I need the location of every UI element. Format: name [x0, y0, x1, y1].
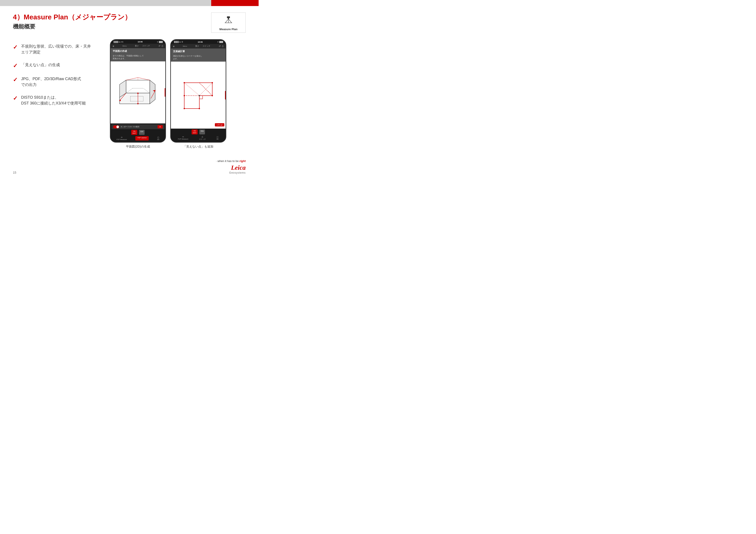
next-button-1[interactable]: 次	[157, 125, 163, 128]
dist-bar-2: ONDIST 変換	[172, 129, 225, 135]
dist-button-2[interactable]: ONDIST	[192, 129, 198, 135]
bullet-item-4: ✓ DISTO S910または、DST 360に接続したX3/X4で使用可能	[13, 94, 103, 106]
3d-btn-1[interactable]: ◻ 3D	[157, 136, 159, 140]
bullet-text-1: 不規則な形状、広い現場での、床・天井エリア測定	[21, 43, 91, 55]
red-tab-2	[225, 91, 226, 99]
nav-center-1: 重さ スケッチ	[135, 45, 150, 47]
share-icon-1: ⎙	[162, 45, 163, 47]
phone-1-container: ▐▐▐▐ au 4G 10:06 ⊙ ▓▓▓ ≡ Menu 重さ	[110, 39, 166, 149]
svg-point-33	[199, 95, 200, 96]
phone-2-status-bar: ▐▐▐▐ au 令 10:06 ⊙ ▓▓▓	[171, 40, 226, 44]
title-block: 4）Measure Plan（メジャープラン） 機能概要	[13, 13, 131, 30]
toggle-switch-1[interactable]	[113, 125, 119, 128]
intersection-svg-2	[178, 78, 219, 112]
svg-point-32	[212, 95, 213, 96]
nav-center-2: 重さ スケッチ	[195, 45, 210, 48]
bullet-text-2: 「見えない点」の生成	[21, 62, 60, 68]
phone-1-nav: ≡ Menu 重さ スケッチ ↺ ⎙	[111, 44, 165, 48]
page-subtitle: 機能概要	[13, 23, 131, 30]
nav-btn-heavy-1[interactable]: 重さ	[135, 45, 139, 47]
svg-rect-0	[227, 16, 230, 18]
leica-logo-group: Leica	[231, 164, 246, 171]
phone-1-label: 平面図(2D)の生成	[126, 145, 150, 149]
disto-icon	[213, 15, 244, 26]
phone-1-content: 平面図の作成 全ての測点は、平面図の情報として変換されます。	[111, 48, 165, 123]
phone-2-bottom: ONDIST 変換 ✏ P2P Measure ⎙ スケッチ	[171, 129, 226, 142]
status-left-2: ▐▐▐▐ au 令	[174, 41, 183, 43]
bottom-area: 15 · when it has to be right Leica Geosy…	[0, 155, 258, 179]
svg-line-2	[225, 19, 229, 23]
bullet-item-1: ✓ 不規則な形状、広い現場での、床・天井エリア測定	[13, 43, 103, 55]
action-bar-2: ✏ P2P Measure ⎙ スケッチ ◻ 3D	[172, 135, 225, 141]
left-panel: ✓ 不規則な形状、広い現場での、床・天井エリア測定 ✓ 「見えない点」の生成 ✓…	[13, 39, 103, 113]
pencil-icon-2: ✏	[178, 136, 188, 138]
share-icon-2: ⎙	[222, 45, 224, 48]
p2p-started-btn[interactable]: P2P started	[135, 136, 149, 140]
svg-point-34	[199, 108, 200, 109]
phone-2-nav: ≡ Menu 重さ スケッチ ↺ ⎙	[171, 44, 226, 48]
status-right-1: ⊙ ▓▓▓	[157, 41, 163, 43]
sketch-btn-2[interactable]: ⎙ スケッチ	[199, 136, 206, 140]
sketch-icon-2: ⎙	[199, 136, 206, 138]
svg-point-31	[212, 82, 213, 83]
signal-icon-2: ▐▐▐▐	[174, 41, 178, 43]
svg-line-28	[184, 83, 199, 96]
guide-bar-1: オンボードガイドの表示 次	[111, 124, 164, 129]
3d-label-2: 3D	[216, 138, 219, 140]
svg-point-36	[184, 95, 185, 96]
phone-2: ▐▐▐▐ au 令 10:06 ⊙ ▓▓▓ ≡ Menu 重さ	[170, 39, 226, 142]
cube-icon-1: ◻	[157, 136, 159, 139]
p2p-measure-btn-1[interactable]: ✏ P2P Measure	[117, 136, 127, 140]
3d-label-1: 3D	[157, 139, 159, 140]
battery-icon-1: ⊙ ▓▓▓	[157, 41, 163, 43]
section-title-1: 平面図の作成	[111, 48, 165, 54]
phone-2-label: 「見えない点」も追加	[183, 145, 213, 149]
phone-1-bottom: オンボードガイドの表示 次 ONDIST 追加 ✏	[111, 123, 165, 142]
header-area: 4）Measure Plan（メジャープラン） 機能概要 Measure Pla…	[13, 13, 246, 33]
drawing-area-1	[111, 62, 165, 123]
leica-logo-text: Leica	[231, 164, 246, 171]
leica-geosystems: Geosystems	[229, 171, 246, 174]
bullet-text-3: JPG、PDF、2D/3D/Raw CAD形式での出力	[21, 76, 81, 88]
p2p-label-2: P2P Measure	[178, 138, 188, 140]
svg-point-30	[184, 82, 185, 83]
top-bar-gray	[0, 0, 211, 6]
status-left-1: ▐▐▐▐ au 4G	[113, 41, 123, 43]
dist-bar-1: ONDIST 追加	[111, 130, 164, 135]
battery-icon-2: ⊙ ▓▓▓	[217, 41, 223, 43]
action-bar-1: ✏ P2P Measure P2P started ◻ 3D	[111, 136, 164, 141]
dist-button-1[interactable]: ONDIST	[131, 130, 137, 135]
nav-btn-heavy-2[interactable]: 重さ	[195, 45, 199, 48]
carrier-2: au 令	[179, 41, 183, 43]
undo-icon-2: ↺	[219, 45, 221, 48]
scene-button-1[interactable]: 追加	[139, 130, 145, 135]
leica-slogan: · when it has to be right	[216, 159, 246, 163]
section-desc-1: 全ての測点は、平面図の情報として変換されます。	[111, 54, 165, 62]
svg-line-4	[229, 19, 232, 23]
phone-1: ▐▐▐▐ au 4G 10:06 ⊙ ▓▓▓ ≡ Menu 重さ	[110, 39, 166, 142]
check-icon-2: ✓	[13, 63, 18, 69]
bullet-item-3: ✓ JPG、PDF、2D/3D/Raw CAD形式での出力	[13, 76, 103, 88]
p2p-measure-btn-2[interactable]: ✏ P2P Measure	[178, 136, 188, 140]
svg-marker-9	[150, 80, 155, 104]
main-content: 4）Measure Plan（メジャープラン） 機能概要 Measure Pla…	[0, 6, 258, 155]
time-2: 10:06	[198, 41, 203, 43]
guide-text-1: オンボードガイドの表示	[121, 126, 139, 128]
cube-icon-2: ◻	[216, 136, 219, 138]
content-row: ✓ 不規則な形状、広い現場での、床・天井エリア測定 ✓ 「見えない点」の生成 ✓…	[13, 39, 246, 149]
page-number: 15	[13, 171, 16, 174]
p2p-label-1: P2P Measure	[117, 139, 127, 140]
check-icon-1: ✓	[13, 44, 18, 51]
lets-go-button[interactable]: Let's go	[215, 123, 224, 126]
leica-brand: · when it has to be right Leica Geosyste…	[216, 159, 246, 174]
svg-rect-1	[228, 18, 229, 19]
3d-btn-2[interactable]: ◻ 3D	[216, 136, 219, 140]
icon-box-label: Measure Plan	[213, 28, 244, 31]
scene-button-2[interactable]: 変換	[199, 129, 205, 135]
nav-btn-sketch-2[interactable]: スケッチ	[202, 45, 210, 48]
page-title: 4）Measure Plan（メジャープラン）	[13, 13, 131, 22]
check-icon-4: ✓	[13, 95, 18, 102]
drawing-area-2: Let's go	[171, 62, 226, 129]
nav-btn-sketch-1[interactable]: スケッチ	[142, 45, 150, 47]
svg-marker-6	[126, 80, 150, 93]
